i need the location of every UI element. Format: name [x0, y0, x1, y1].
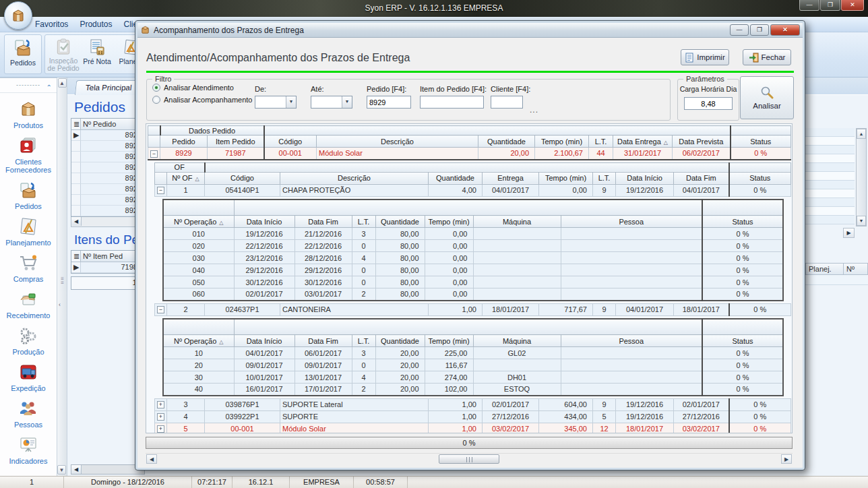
imprimir-button[interactable]: Imprimir	[681, 49, 729, 65]
clipboard-check-icon	[54, 38, 73, 56]
sidebar-item-compras[interactable]: Compras	[0, 253, 57, 283]
table-row[interactable]	[805, 181, 855, 189]
item-pedido-input[interactable]	[420, 96, 484, 109]
radio-analisar-acompanhamento[interactable]: Analisar Acompanhamento	[152, 96, 670, 104]
of-row[interactable]: +4039922P1SUPORTE1,0027/12/2016434,00519…	[155, 410, 791, 423]
operation-row[interactable]: 1004/01/201706/01/2017320,00225,00GL020 …	[163, 347, 783, 359]
table-row[interactable]	[805, 198, 855, 207]
dialog-titlebar[interactable]: Acompanhamento dos Prazos de Entrega — ❐…	[137, 23, 803, 38]
menu-produtos[interactable]: Produtos	[80, 20, 112, 29]
chevron-down-icon[interactable]: ▼	[286, 96, 296, 108]
collapse-row-icon[interactable]: −	[157, 187, 164, 194]
main-minimize-button[interactable]: —	[799, 0, 819, 11]
expand-row-icon[interactable]: +	[157, 413, 164, 421]
sidebar-item-pessoas[interactable]: Pessoas	[0, 398, 57, 429]
of-row[interactable]: −1054140P1CHAPA PROTEÇÃO4,0004/01/20170,…	[155, 184, 791, 196]
tab-label: Tela Principal	[85, 84, 132, 92]
ops-band-row[interactable]	[163, 319, 783, 335]
table-row[interactable]	[805, 172, 855, 181]
table-row[interactable]	[805, 189, 855, 198]
scroll-left-icon[interactable]: ◀	[71, 217, 82, 226]
table-row[interactable]	[805, 137, 855, 146]
sidebar-item-produtos[interactable]: Produtos	[0, 99, 57, 129]
chevron-up-icon[interactable]: ⌃	[46, 81, 53, 94]
of-band-row[interactable]: OF	[155, 162, 791, 172]
expand-row-icon[interactable]: +	[157, 425, 164, 433]
sidebar-item-clientes-fornecedores[interactable]: Clientes Fornecedores	[0, 135, 57, 174]
collapse-row-icon[interactable]: −	[150, 150, 158, 158]
ate-combobox[interactable]: ▼	[311, 96, 352, 109]
table-row[interactable]	[805, 163, 855, 172]
of-row[interactable]: −2024637P1CANTONEIRA1,0018/01/2017717,67…	[155, 303, 791, 315]
cliente-input[interactable]	[491, 96, 523, 109]
scroll-right-icon[interactable]: ▶	[781, 454, 792, 464]
scroll-down-icon[interactable]: ▼	[857, 216, 866, 226]
right-grid-vscrollbar[interactable]: ▲ ▼	[856, 128, 867, 226]
dialog-minimize-button[interactable]: —	[730, 24, 749, 36]
analisar-button[interactable]: Analisar	[740, 76, 794, 119]
of-row[interactable]: +500-001Módulo Solar1,0003/02/2017345,00…	[155, 423, 791, 433]
collapse-row-icon[interactable]: −	[157, 306, 164, 313]
sidebar-item-produ-o[interactable]: Produção	[0, 326, 57, 356]
app-logo-icon[interactable]	[4, 1, 32, 30]
dialog-close-button[interactable]: ✕	[770, 24, 800, 36]
pedido-row[interactable]: −89297198700-001Módulo Solar20,002.100,6…	[148, 148, 791, 160]
scrollbar-grip[interactable]: ≡≡	[59, 277, 66, 291]
chevron-down-icon[interactable]: ▼	[342, 96, 352, 108]
sidebar-item-expedi-o[interactable]: Expedição	[0, 362, 57, 392]
scroll-up-icon[interactable]: ▲	[857, 129, 866, 139]
sidebar-item-planejamento[interactable]: Planejamento	[0, 216, 57, 247]
table-row[interactable]	[805, 216, 855, 224]
scroll-down-icon[interactable]: ▼	[57, 465, 66, 475]
dialog-maximize-button[interactable]: ❐	[750, 24, 769, 36]
operation-row[interactable]: 02022/12/201622/12/2016080,000,000 %	[163, 240, 783, 252]
column-header-planej[interactable]: Planej.	[805, 263, 844, 275]
operation-row[interactable]: 01019/12/201621/12/2016380,000,000 %	[163, 228, 783, 240]
column-header-norden[interactable]: Nº Orden	[844, 263, 868, 275]
ribbon-pedidos-button[interactable]: Pedidos	[6, 36, 40, 72]
ribbon-prenota-button[interactable]: Pré Nota	[80, 36, 114, 72]
pedido-input[interactable]	[367, 96, 411, 109]
pedido-band-row[interactable]: Dados Pedido	[148, 126, 791, 135]
operation-row[interactable]: 3010/01/201713/01/2017420,00274,00DH010 …	[163, 371, 783, 384]
fechar-button[interactable]: Fechar	[743, 49, 791, 65]
sidebar-item-recebimento[interactable]: Recebimento	[0, 289, 57, 319]
sidebar-scrollbar[interactable]: ▲ ≡≡ ‹ ▼	[57, 78, 67, 476]
sidebar-item-pedidos[interactable]: Pedidos	[0, 180, 57, 210]
expand-row-icon[interactable]: +	[157, 401, 164, 408]
table-row[interactable]	[805, 207, 855, 216]
main-close-button[interactable]: ✕	[841, 0, 864, 11]
cliente-lookup-ellipsis[interactable]: ...	[530, 105, 538, 115]
pedido-header-row[interactable]: PedidoItem PedidoCódigoDescriçãoQuantida…	[148, 135, 791, 148]
operation-row[interactable]: 04029/12/201629/12/2016080,000,000 %	[163, 264, 783, 276]
dialog-acompanhamento: Acompanhamento dos Prazos de Entrega — ❐…	[135, 20, 805, 470]
sidebar-collapse-bar[interactable]: --------- ⌃	[0, 78, 57, 93]
scroll-right-icon[interactable]: ▶	[843, 228, 855, 238]
operation-row[interactable]: 2009/01/201709/01/2017020,00116,670 %	[163, 359, 783, 371]
ops-header-row[interactable]: Nº Operação△Data InícioData FimL.T.Quant…	[163, 335, 783, 347]
main-maximize-button[interactable]: ❐	[820, 0, 840, 11]
carga-horaria-input[interactable]	[684, 97, 733, 110]
ops-header-row[interactable]: Nº Operação△Data InícioData FimL.T.Quant…	[163, 216, 783, 228]
operation-row[interactable]: 06002/01/201703/01/2017280,000,000 %	[163, 288, 783, 301]
radio-analisar-atendimento[interactable]: Analisar Atendimento	[152, 84, 670, 92]
sidebar-item-indicadores[interactable]: Indicadores	[0, 435, 57, 465]
operation-row[interactable]: 4016/01/201717/01/2017220,00102,00ESTOQ0…	[163, 384, 783, 396]
of-header-row[interactable]: Nº OF△CódigoDescriçãoQuantidadeEntregaTe…	[155, 172, 791, 184]
de-combobox[interactable]: ▼	[255, 96, 297, 109]
table-row[interactable]	[805, 146, 855, 154]
scroll-up-icon[interactable]: ▲	[58, 78, 67, 88]
ops-band-row[interactable]	[163, 200, 783, 216]
itens-grid-hscrollbar[interactable]: ◀	[71, 464, 145, 475]
scroll-left-icon[interactable]: ◀	[146, 454, 157, 464]
menu-favoritos[interactable]: Favoritos	[35, 20, 68, 29]
operation-row[interactable]: 05030/12/201630/12/2016080,000,000 %	[163, 276, 783, 288]
of-row[interactable]: +3039876P1SUPORTE Lateral1,0002/01/20176…	[155, 398, 791, 410]
table-row[interactable]	[805, 128, 855, 137]
scroll-left-icon[interactable]: ◀	[71, 465, 82, 474]
scrollbar-grip[interactable]	[439, 454, 499, 464]
dialog-hscrollbar[interactable]: ◀ ▶	[146, 453, 793, 464]
collapse-left-icon[interactable]: ‹	[59, 301, 61, 308]
table-row[interactable]	[805, 154, 855, 163]
operation-row[interactable]: 03023/12/201628/12/2016480,000,000 %	[163, 252, 783, 264]
